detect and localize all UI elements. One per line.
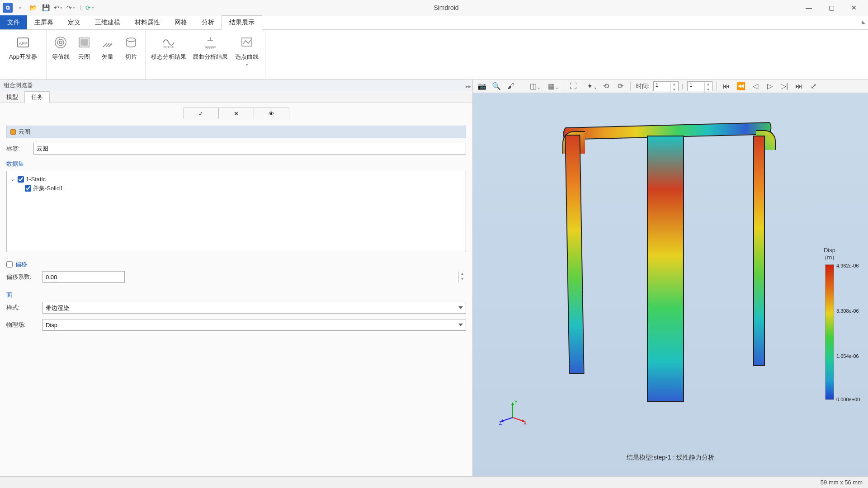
ribbon: APP App开发器 等值线 云图 矢量 切片 模态分析结果 屈曲分析结果 (0, 30, 868, 80)
prev-keyframe-icon[interactable]: ⏪ (735, 81, 747, 92)
maximize-button[interactable]: ▢ (820, 0, 843, 15)
fe-model-render (563, 125, 780, 405)
time-step-input[interactable]: 1▲▼ (687, 81, 712, 91)
menu-home[interactable]: 主屏幕 (27, 15, 61, 29)
main-area: 组合浏览器 模型 任务 ✓ ✕ 👁 云图 标签: 数据集 (0, 80, 868, 476)
view-cube-icon[interactable]: ◫ (525, 81, 541, 92)
time-frame-input[interactable]: 1▲▼ (653, 81, 679, 91)
qat-separator: | (79, 5, 82, 10)
axes-icon[interactable]: ✦ (581, 81, 598, 92)
tree-label: 并集-Solid1 (33, 184, 63, 192)
menu-mesh[interactable]: 网格 (167, 15, 194, 29)
orientation-triad: Y X Z (499, 399, 526, 427)
play-icon[interactable]: ▷ (764, 81, 776, 92)
ribbon-vector[interactable]: 矢量 (98, 33, 117, 76)
label-input[interactable] (33, 143, 466, 155)
tree-check-solid[interactable] (25, 185, 31, 192)
panel-collapse-icon[interactable]: ▸▸ (466, 83, 471, 89)
contour-line-icon (52, 34, 69, 51)
svg-line-17 (513, 418, 524, 421)
minimize-button[interactable]: — (797, 0, 820, 15)
buckling-result-icon (202, 34, 218, 51)
physics-select[interactable]: Disp (42, 319, 466, 331)
ribbon-group-plots: 等值线 云图 矢量 切片 (47, 30, 146, 79)
style-row: 样式: 带边渲染 (6, 302, 466, 314)
menu-3dmodel[interactable]: 三维建模 (88, 15, 127, 29)
prev-frame-icon[interactable]: ◁ (749, 81, 762, 92)
svg-text:Z: Z (499, 421, 502, 426)
confirm-button[interactable]: ✓ (184, 108, 219, 119)
svg-text:X: X (524, 421, 527, 426)
style-select[interactable]: 带边渲染 (42, 302, 466, 314)
ribbon-group-results: 模态分析结果 屈曲分析结果 选点曲线▾ (146, 30, 265, 79)
label-label: 标签: (6, 145, 30, 153)
tree-check-static[interactable] (18, 176, 24, 183)
open-file-icon[interactable]: 📂 (28, 3, 38, 13)
close-button[interactable]: ✕ (843, 0, 865, 15)
fit-view-icon[interactable]: ⛶ (567, 81, 580, 92)
menu-file[interactable]: 文件 (0, 15, 27, 29)
label-row: 标签: (6, 143, 466, 155)
physics-row: 物理场: Disp (6, 319, 466, 331)
next-frame-icon[interactable]: ▷| (778, 81, 791, 92)
panel-tabs: 模型 任务 (0, 91, 472, 103)
redo-icon[interactable]: ↷▾ (66, 3, 76, 13)
menu-analysis[interactable]: 分析 (194, 15, 222, 29)
ribbon-cloud[interactable]: 云图 (75, 33, 94, 76)
rotate-cw-icon[interactable]: ⟳ (614, 81, 627, 92)
ribbon-pick-curve[interactable]: 选点曲线▾ (233, 33, 260, 76)
style-label: 样式: (6, 304, 39, 312)
offset-group: 偏移 偏移系数: ▲▼ (6, 260, 466, 283)
section-icon (10, 129, 16, 135)
highlight-icon[interactable]: 🖌 (505, 81, 517, 92)
new-file-icon[interactable]: ▫ (15, 3, 25, 13)
legend-tick: 4.962e-06 (836, 263, 859, 268)
browser-header: 组合浏览器 (0, 80, 472, 91)
ribbon-app-developer[interactable]: APP App开发器 (5, 33, 42, 76)
svg-point-7 (127, 38, 136, 42)
tab-model[interactable]: 模型 (0, 91, 25, 103)
last-frame-icon[interactable]: ⏭ (793, 81, 805, 92)
cancel-button[interactable]: ✕ (219, 108, 254, 119)
cloud-icon (76, 34, 92, 51)
quick-access-toolbar: ⧉ ▫ 📂 💾 ↶▾ ↷▾ | ⟳▾ (3, 3, 95, 13)
tree-row-static[interactable]: ⌄ 1-Static (10, 175, 462, 183)
rotate-ccw-icon[interactable]: ⟲ (599, 81, 612, 92)
section-header: 云图 (6, 126, 466, 138)
snapshot-icon[interactable]: 📷 (476, 81, 488, 92)
offset-checkbox[interactable] (6, 261, 13, 267)
offset-coef-input[interactable] (42, 271, 125, 283)
refresh-icon[interactable]: ⟳▾ (85, 3, 95, 13)
dataset-tree[interactable]: ⌄ 1-Static 并集-Solid1 (6, 171, 466, 252)
app-logo-icon[interactable]: ⧉ (3, 3, 13, 13)
tree-expand-icon[interactable]: ⌄ (10, 176, 16, 182)
undo-icon[interactable]: ↶▾ (53, 3, 63, 13)
ribbon-slice[interactable]: 切片 (122, 33, 141, 76)
ribbon-buckling-result[interactable]: 屈曲分析结果 (192, 33, 229, 76)
menu-material[interactable]: 材料属性 (127, 15, 167, 29)
ribbon-collapse-icon[interactable]: ◣ (862, 19, 865, 25)
vector-icon (99, 34, 116, 51)
app-dev-icon: APP (15, 34, 31, 51)
ribbon-modal-result[interactable]: 模态分析结果 (150, 33, 187, 76)
time-label: 时间: (636, 82, 650, 90)
tree-row-solid[interactable]: 并集-Solid1 (10, 183, 462, 193)
offset-title: 偏移 (6, 260, 466, 268)
zoom-icon[interactable]: 🔍 (490, 81, 503, 92)
legend-tick: 0.000e+00 (836, 397, 860, 402)
render-mode-icon[interactable]: ▦ (543, 81, 559, 92)
tab-task[interactable]: 任务 (25, 91, 50, 103)
svg-point-4 (59, 41, 62, 44)
viewport-3d[interactable]: Y X Z 结果模型:step-1 : 线性静力分析 Disp （m） 4.96… (473, 93, 868, 476)
legend-bar: 4.962e-06 3.308e-06 1.654e-06 0.000e+00 (825, 264, 834, 400)
menu-results[interactable]: 结果展示 (222, 15, 262, 30)
offset-spinner[interactable]: ▲▼ (458, 272, 466, 282)
ribbon-contour-line[interactable]: 等值线 (51, 33, 70, 76)
menu-define[interactable]: 定义 (61, 15, 88, 29)
first-frame-icon[interactable]: ⏮ (720, 81, 733, 92)
left-panel: 组合浏览器 模型 任务 ✓ ✕ 👁 云图 标签: 数据集 (0, 80, 473, 476)
save-file-icon[interactable]: 💾 (41, 3, 51, 13)
expand-icon[interactable]: ⤢ (807, 81, 820, 92)
svg-point-3 (57, 39, 64, 46)
preview-button[interactable]: 👁 (254, 108, 289, 119)
